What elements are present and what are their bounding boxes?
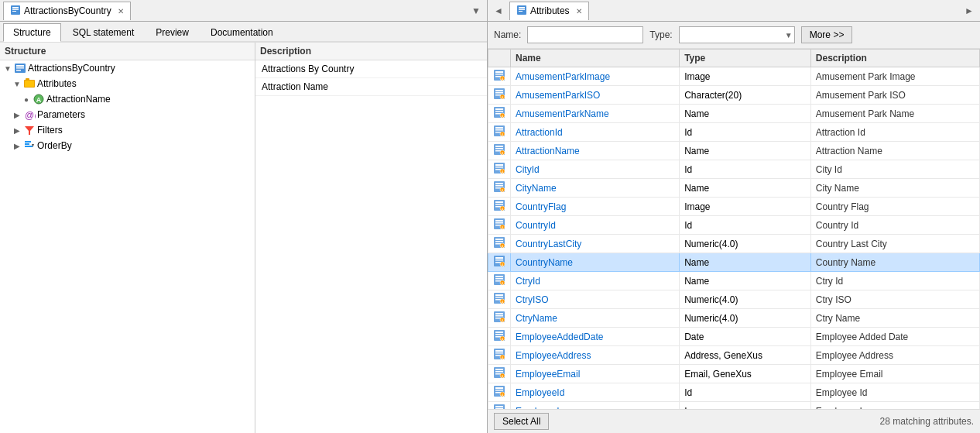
svg-rect-86 xyxy=(495,262,501,263)
svg-rect-133 xyxy=(495,408,503,409)
table-row[interactable]: A AmusementParkNameNameAmusement Park Na… xyxy=(488,105,980,123)
type-label: Type: xyxy=(649,29,672,40)
svg-rect-74 xyxy=(495,225,501,226)
svg-rect-115 xyxy=(495,352,503,354)
svg-rect-25 xyxy=(495,74,503,75)
attribute-icon: A xyxy=(493,125,505,137)
th-name[interactable]: Name xyxy=(511,50,680,67)
svg-rect-9 xyxy=(26,78,29,81)
select-all-button[interactable]: Select All xyxy=(494,413,549,430)
desc-item-1[interactable]: Attraction Name xyxy=(255,78,487,96)
tab-scroll-down[interactable]: ▼ xyxy=(468,4,484,18)
attribute-icon: A xyxy=(493,329,505,342)
expand-filters[interactable]: ▶ xyxy=(12,126,22,135)
expand-orderby[interactable]: ▶ xyxy=(12,142,22,150)
table-row[interactable]: A EmployeeIdIdEmployee Id xyxy=(488,383,980,402)
expand-root[interactable]: ▼ xyxy=(3,64,12,73)
tree-item-attributes[interactable]: ▼ Attributes xyxy=(0,76,255,91)
row-type: Name xyxy=(680,253,811,272)
row-icon-cell: A xyxy=(488,216,511,235)
row-icon-cell: A xyxy=(488,235,511,253)
tree-item-orderby[interactable]: ▶ OrderBy xyxy=(0,138,255,153)
table-row[interactable]: A CityIdIdCity Id xyxy=(488,160,980,179)
svg-marker-14 xyxy=(25,126,34,135)
svg-rect-96 xyxy=(495,294,503,296)
svg-rect-67 xyxy=(495,204,503,205)
row-name: AmusementParkISO xyxy=(511,86,680,105)
svg-rect-108 xyxy=(495,332,503,333)
table-row[interactable]: A EmployeeEmailEmail, GeneXusEmployee Em… xyxy=(488,365,980,383)
tree-item-parameters[interactable]: ▶ @@ Parameters xyxy=(0,107,255,122)
svg-rect-120 xyxy=(495,369,503,370)
expand-attributes[interactable]: ▼ xyxy=(12,80,22,88)
svg-rect-62 xyxy=(495,187,501,189)
row-name: CountryName xyxy=(511,253,680,272)
expand-parameters[interactable]: ▶ xyxy=(12,111,22,119)
svg-rect-85 xyxy=(495,259,503,261)
table-row[interactable]: A EmployeeAddressAddress, GeneXusEmploye… xyxy=(488,346,980,365)
table-row[interactable]: A CountryLastCityNumeric(4.0)Country Las… xyxy=(488,235,980,253)
left-tab[interactable]: AttractionsByCountry ✕ xyxy=(3,2,131,20)
type-select[interactable] xyxy=(679,26,795,43)
row-icon-cell: A xyxy=(488,160,511,179)
th-type[interactable]: Type xyxy=(680,50,811,67)
right-tab[interactable]: Attributes ✕ xyxy=(509,2,589,20)
svg-rect-30 xyxy=(495,90,503,91)
svg-rect-44 xyxy=(495,132,501,133)
table-row[interactable]: A EmployeeImageImageEmployee Image xyxy=(488,402,980,410)
tree-item-attrname[interactable]: ● A AttractionName xyxy=(0,91,255,107)
table-row[interactable]: A AttractionIdIdAttraction Id xyxy=(488,123,980,142)
row-icon-cell: A xyxy=(488,272,511,290)
more-button[interactable]: More >> xyxy=(801,26,853,43)
row-desc: Attraction Name xyxy=(810,142,979,160)
table-header-row: Name Type Description xyxy=(488,50,980,67)
attribute-icon: A xyxy=(493,88,505,100)
tree-item-filters[interactable]: ▶ Filters xyxy=(0,122,255,138)
svg-rect-50 xyxy=(495,150,501,152)
table-row[interactable]: A AttractionNameNameAttraction Name xyxy=(488,142,980,160)
table-row[interactable]: A CtryISONumeric(4.0)Ctry ISO xyxy=(488,290,980,309)
left-tab-close[interactable]: ✕ xyxy=(118,7,124,15)
right-tab-close[interactable]: ✕ xyxy=(576,7,582,15)
row-desc: Country Flag xyxy=(810,198,979,216)
table-row[interactable]: A CityNameNameCity Name xyxy=(488,179,980,198)
svg-text:@@: @@ xyxy=(25,110,36,121)
tree-header: Structure xyxy=(0,43,255,60)
svg-rect-22 xyxy=(519,11,523,12)
attribute-icon: A xyxy=(493,162,505,174)
svg-rect-2 xyxy=(12,9,19,10)
tab-preview[interactable]: Preview xyxy=(146,23,199,41)
right-tab-scroll-left[interactable]: ◄ xyxy=(491,4,506,18)
table-row[interactable]: A AmusementParkImageImageAmusement Park … xyxy=(488,67,980,86)
table-row[interactable]: A CtryIdNameCtry Id xyxy=(488,272,980,290)
row-desc: Employee Email xyxy=(810,365,979,383)
svg-rect-16 xyxy=(25,143,29,145)
row-desc: Country Id xyxy=(810,216,979,235)
table-row[interactable]: A CountryFlagImageCountry Flag xyxy=(488,198,980,216)
table-row[interactable]: A CountryNameNameCountry Name xyxy=(488,253,980,272)
row-type: Name xyxy=(680,272,811,290)
attribute-icon: A xyxy=(493,348,505,360)
table-row[interactable]: A EmployeeAddedDateDateEmployee Added Da… xyxy=(488,328,980,346)
table-row[interactable]: A AmusementParkISOCharacter(20)Amusement… xyxy=(488,86,980,105)
filter-row: Name: Type: ▼ More >> xyxy=(488,22,980,49)
right-panel: ◄ Attributes ✕ ► Name: Type: xyxy=(488,0,980,433)
svg-rect-90 xyxy=(495,276,503,277)
tab-structure[interactable]: Structure xyxy=(3,23,61,42)
table-row[interactable]: A CtryNameNumeric(4.0)Ctry Name xyxy=(488,309,980,328)
svg-rect-97 xyxy=(495,297,503,298)
attribute-icon: A xyxy=(493,236,505,249)
right-tab-scroll-right[interactable]: ► xyxy=(961,4,977,18)
svg-rect-72 xyxy=(495,220,503,222)
th-desc[interactable]: Description xyxy=(810,50,979,67)
tab-sql-statement[interactable]: SQL statement xyxy=(63,23,145,41)
desc-item-0[interactable]: Attractions By Country xyxy=(255,60,487,78)
table-row[interactable]: A CountryIdIdCountry Id xyxy=(488,216,980,235)
row-name: EmployeeAddress xyxy=(511,346,680,365)
tab-documentation[interactable]: Documentation xyxy=(200,23,283,41)
tree-item-root[interactable]: ▼ AttractionsByCountry xyxy=(0,60,255,76)
svg-rect-104 xyxy=(495,318,501,319)
row-type: Name xyxy=(680,105,811,123)
svg-rect-126 xyxy=(495,387,503,389)
name-input[interactable] xyxy=(527,26,643,43)
